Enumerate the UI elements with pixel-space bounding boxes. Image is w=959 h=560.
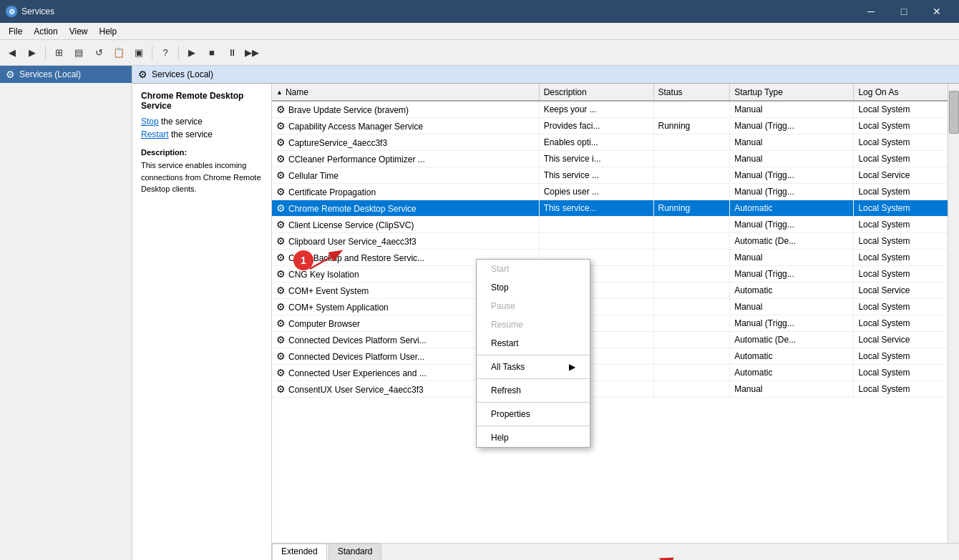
app-icon: ⚙: [6, 6, 17, 17]
service-startup-cell: Automatic: [730, 200, 854, 217]
context-menu-item-help[interactable]: Help: [477, 428, 590, 447]
content-panel: ⚙ Services (Local) Chrome Remote Desktop…: [132, 66, 959, 560]
services-table-scroll[interactable]: ▲ Name Description Status Startup Type L…: [272, 84, 959, 543]
context-menu-item-pause: Pause: [477, 297, 590, 315]
stop-service-link[interactable]: Stop: [141, 117, 159, 127]
pause-button[interactable]: ⏸: [223, 44, 241, 62]
close-button[interactable]: ✕: [920, 0, 953, 23]
menu-action[interactable]: Action: [28, 25, 63, 38]
refresh-button[interactable]: ↺: [89, 44, 108, 62]
service-startup-cell: Manual (Trigg...: [730, 118, 854, 134]
service-status-cell: [653, 233, 730, 250]
service-logon-cell: Local Service: [854, 167, 959, 184]
service-logon-cell: Local System: [854, 184, 959, 200]
minimize-button[interactable]: ─: [855, 0, 887, 23]
service-status-cell: [653, 184, 730, 200]
service-status-cell: [653, 101, 730, 118]
service-status-cell: [653, 250, 730, 266]
services-table: ▲ Name Description Status Startup Type L…: [272, 84, 959, 398]
service-status-cell: Running: [653, 200, 730, 217]
tab-extended[interactable]: Extended: [272, 544, 327, 560]
service-logon-cell: Local System: [854, 315, 959, 332]
service-desc-cell: This service i...: [539, 151, 653, 167]
table-row[interactable]: ⚙Client License Service (ClipSVC)Manual …: [272, 217, 959, 233]
service-name-cell: ⚙Chrome Remote Desktop Service: [272, 200, 539, 217]
restart-button[interactable]: ▶▶: [243, 44, 261, 62]
title-bar: ⚙ Services ─ □ ✕: [0, 0, 959, 23]
scrollbar-track[interactable]: [948, 84, 959, 560]
info-panel: Chrome Remote Desktop Service Stop the s…: [132, 84, 272, 560]
scrollbar-thumb[interactable]: [949, 91, 959, 134]
service-name-cell: ⚙CCleaner Performance Optimizer ...: [272, 151, 539, 167]
table-row[interactable]: ⚙Connected Devices Platform Servi...Auto…: [272, 332, 959, 348]
service-name-cell: ⚙Certificate Propagation: [272, 184, 539, 200]
table-area: ▲ Name Description Status Startup Type L…: [272, 84, 959, 560]
main-area: ⚙ Services (Local) ⚙ Services (Local) Ch…: [0, 66, 959, 560]
col-startup[interactable]: Startup Type: [730, 84, 854, 101]
service-startup-cell: Manual: [730, 299, 854, 315]
service-name-cell: ⚙Client License Service (ClipSVC): [272, 217, 539, 233]
service-startup-cell: Manual: [730, 250, 854, 266]
table-row[interactable]: ⚙Certificate PropagationCopies user ...M…: [272, 184, 959, 200]
service-startup-cell: Automatic: [730, 283, 854, 299]
services-header-label: Services (Local): [152, 69, 213, 79]
back-button[interactable]: ◀: [3, 44, 21, 62]
context-menu-separator: [477, 402, 590, 403]
service-status-cell: Running: [653, 118, 730, 134]
context-menu-item-resume: Resume: [477, 315, 590, 334]
context-menu-item-stop[interactable]: Stop: [477, 278, 590, 297]
sidebar-label: Services (Local): [19, 69, 81, 79]
play-button[interactable]: ▶: [182, 44, 201, 62]
table-row[interactable]: ⚙Connected Devices Platform User...Autom…: [272, 348, 959, 365]
toolbar-sep-2: [152, 46, 152, 60]
context-menu-item-refresh[interactable]: Refresh: [477, 381, 590, 400]
table-row[interactable]: ⚙Clipboard User Service_4aecc3f3Automati…: [272, 233, 959, 250]
table-row[interactable]: ⚙Capability Access Manager ServiceProvid…: [272, 118, 959, 134]
table-row[interactable]: ⚙Cellular TimeThis service ...Manual (Tr…: [272, 167, 959, 184]
sidebar-icon: ⚙: [6, 69, 15, 80]
list-button[interactable]: ▤: [69, 44, 88, 62]
table-row[interactable]: ⚙Connected User Experiences and ...Autom…: [272, 365, 959, 381]
table-row[interactable]: ⚙CaptureService_4aecc3f3Enables opti...M…: [272, 134, 959, 151]
service-logon-cell: Local System: [854, 217, 959, 233]
table-row[interactable]: ⚙Cloud Backup and Restore Servic...Manua…: [272, 250, 959, 266]
menu-help[interactable]: Help: [94, 25, 123, 38]
context-menu-item-all-tasks[interactable]: All Tasks▶: [477, 358, 590, 376]
stop-suffix: the service: [159, 117, 203, 127]
service-startup-cell: Manual (Trigg...: [730, 217, 854, 233]
service-status-cell: [653, 134, 730, 151]
table-row[interactable]: ⚙COM+ System ApplicationManualLocal Syst…: [272, 299, 959, 315]
service-startup-cell: Manual (Trigg...: [730, 184, 854, 200]
table-row[interactable]: ⚙Chrome Remote Desktop ServiceThis servi…: [272, 200, 959, 217]
show-hide-button[interactable]: ⊞: [49, 44, 68, 62]
restart-service-link[interactable]: Restart: [141, 129, 169, 139]
maximize-button[interactable]: □: [887, 0, 920, 23]
table-row[interactable]: ⚙Computer BrowserManual (Trigg...Local S…: [272, 315, 959, 332]
tab-standard[interactable]: Standard: [328, 544, 382, 560]
menu-view[interactable]: View: [64, 25, 94, 38]
service-logon-cell: Local System: [854, 266, 959, 283]
service-startup-cell: Manual: [730, 151, 854, 167]
context-menu-item-properties[interactable]: Properties: [477, 405, 590, 423]
menu-file[interactable]: File: [3, 25, 28, 38]
col-name[interactable]: ▲ Name: [272, 84, 539, 101]
table-row[interactable]: ⚙Brave Update Service (bravem)Keeps your…: [272, 101, 959, 118]
toolbar-sep-1: [45, 46, 46, 60]
service-desc-cell: [539, 217, 653, 233]
table-row[interactable]: ⚙ConsentUX User Service_4aecc3f3ManualLo…: [272, 381, 959, 398]
sidebar: ⚙ Services (Local): [0, 66, 132, 560]
forward-button[interactable]: ▶: [23, 44, 42, 62]
service-status-cell: [653, 151, 730, 167]
col-description[interactable]: Description: [539, 84, 653, 101]
export-button[interactable]: 📋: [109, 44, 128, 62]
table-row[interactable]: ⚙CCleaner Performance Optimizer ...This …: [272, 151, 959, 167]
col-logon[interactable]: Log On As: [854, 84, 959, 101]
help-toolbar-button[interactable]: ?: [156, 44, 175, 62]
stop-button[interactable]: ■: [203, 44, 221, 62]
context-menu-item-restart[interactable]: Restart: [477, 334, 590, 353]
col-status[interactable]: Status: [653, 84, 730, 101]
properties-button[interactable]: ▣: [130, 44, 148, 62]
table-row[interactable]: ⚙CNG Key IsolationManual (Trigg...Local …: [272, 266, 959, 283]
service-name-cell: ⚙Clipboard User Service_4aecc3f3: [272, 233, 539, 250]
table-row[interactable]: ⚙COM+ Event SystemAutomaticLocal Service: [272, 283, 959, 299]
